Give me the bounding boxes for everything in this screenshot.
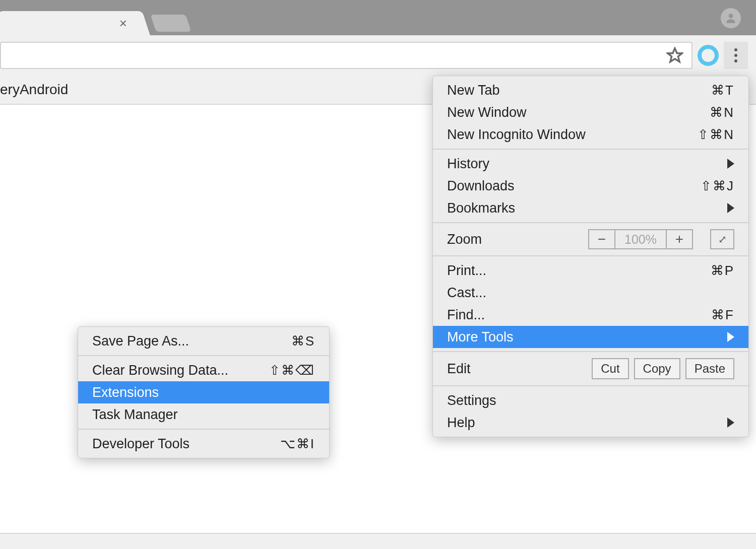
- copy-button[interactable]: Copy: [634, 358, 680, 379]
- user-icon: [724, 12, 737, 25]
- zoom-in-button[interactable]: +: [666, 229, 693, 249]
- menu-item-settings[interactable]: Settings: [433, 389, 748, 411]
- menu-item-bookmarks[interactable]: Bookmarks: [433, 197, 748, 219]
- page-heading: eryAndroid: [0, 82, 68, 98]
- extension-circle-icon[interactable]: [698, 45, 719, 66]
- submenu-item-clear-data[interactable]: Clear Browsing Data...⇧⌘⌫: [78, 359, 329, 381]
- profile-avatar[interactable]: [721, 8, 741, 28]
- close-icon[interactable]: ×: [119, 17, 127, 30]
- menu-item-zoom: Zoom − 100% + ⤢: [433, 226, 748, 252]
- chevron-right-icon: [727, 418, 734, 428]
- menu-item-find[interactable]: Find...⌘F: [433, 304, 748, 326]
- address-bar[interactable]: [0, 42, 692, 69]
- submenu-item-extensions[interactable]: Extensions: [78, 381, 329, 403]
- chevron-right-icon: [727, 203, 734, 213]
- menu-item-cast[interactable]: Cast...: [433, 282, 748, 304]
- new-tab-button[interactable]: [150, 15, 191, 32]
- menu-item-history[interactable]: History: [433, 153, 748, 175]
- svg-marker-1: [668, 48, 682, 62]
- chevron-right-icon: [727, 332, 734, 342]
- more-tools-submenu: Save Page As...⌘S Clear Browsing Data...…: [78, 326, 330, 458]
- zoom-value: 100%: [615, 229, 666, 249]
- chevron-right-icon: [727, 159, 734, 169]
- star-icon[interactable]: [666, 47, 683, 64]
- menu-button[interactable]: [724, 42, 748, 69]
- menu-item-help[interactable]: Help: [433, 411, 748, 434]
- svg-point-0: [729, 14, 733, 18]
- menu-item-edit: Edit Cut Copy Paste: [433, 355, 748, 382]
- submenu-item-save-page[interactable]: Save Page As...⌘S: [78, 330, 329, 352]
- menu-item-new-window[interactable]: New Window⌘N: [433, 101, 748, 123]
- menu-item-new-tab[interactable]: New Tab⌘T: [433, 79, 748, 101]
- fullscreen-button[interactable]: ⤢: [710, 229, 734, 249]
- menu-item-print[interactable]: Print...⌘P: [433, 259, 748, 282]
- menu-item-downloads[interactable]: Downloads⇧⌘J: [433, 175, 748, 197]
- browser-main-menu: New Tab⌘T New Window⌘N New Incognito Win…: [432, 76, 749, 437]
- submenu-item-task-manager[interactable]: Task Manager: [78, 403, 329, 426]
- browser-tab[interactable]: ×: [0, 11, 141, 35]
- cut-button[interactable]: Cut: [592, 358, 628, 379]
- tab-strip: ×: [0, 0, 756, 35]
- browser-toolbar: [0, 35, 756, 76]
- paste-button[interactable]: Paste: [685, 358, 734, 379]
- menu-item-more-tools[interactable]: More Tools: [433, 326, 748, 348]
- submenu-item-devtools[interactable]: Developer Tools⌥⌘I: [78, 433, 329, 455]
- menu-item-new-incognito[interactable]: New Incognito Window⇧⌘N: [433, 123, 748, 146]
- status-bar: [0, 534, 756, 549]
- zoom-out-button[interactable]: −: [588, 229, 615, 249]
